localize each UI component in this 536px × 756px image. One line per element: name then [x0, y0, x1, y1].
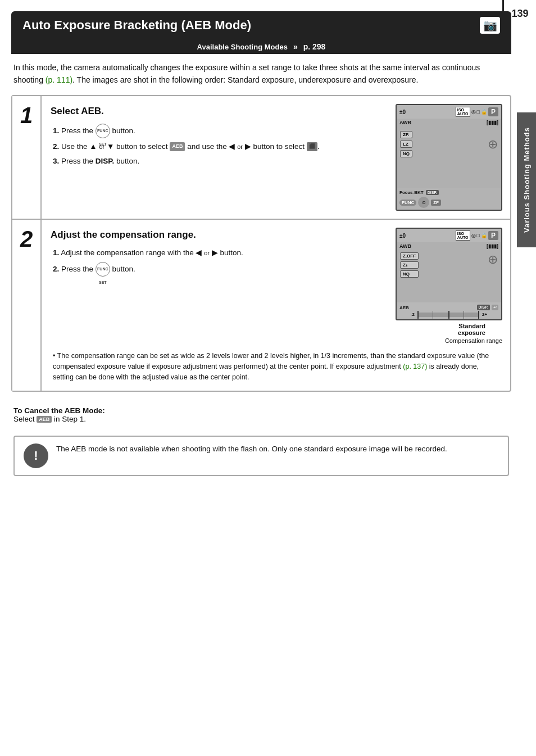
- warning-icon: !: [24, 443, 48, 468]
- cs2-scale-plus2: 2+: [482, 312, 487, 317]
- cs2-awb-label: AWB: [399, 243, 411, 249]
- cs1-middle-row: ZF. LZ NQ ⊕: [397, 129, 501, 160]
- modes-label: Available Shooting Modes: [197, 43, 288, 51]
- step-2-number: 2: [20, 228, 33, 250]
- cs1-left-icons: ZF. LZ NQ: [400, 131, 412, 157]
- cs1-bottom-icons: FUNC ⊙ ZF: [399, 197, 498, 208]
- cancel-text: Select AEB in Step 1.: [13, 415, 86, 423]
- step-2-text-area: Adjust the compensation range. 1. Adjust…: [51, 228, 387, 279]
- cs2-p-badge: P: [488, 231, 498, 240]
- cs1-square-icon: □: [477, 109, 480, 115]
- intro-paragraph: In this mode, the camera automatically c…: [11, 62, 511, 86]
- cs2-top-right-icons: ISOAUTO ◎ □ 🔒 P: [456, 230, 498, 241]
- cs2-disp-badge: DISP.: [477, 305, 490, 310]
- step-2-note: • The compensation range can be set as w…: [51, 351, 502, 382]
- title-section: Auto Exposure Bracketing (AEB Mode) 📷: [11, 11, 511, 39]
- step-1-content: Select AEB. 1. Press the FUNCSET button.…: [42, 96, 510, 219]
- cs2-back-badge: ↩: [492, 305, 498, 310]
- cs2-left-icons: Z.OFF Z₁ NQ: [400, 252, 419, 278]
- step-2-top: Adjust the compensation range. 1. Adjust…: [51, 228, 502, 344]
- step2-link[interactable]: (p. 137): [403, 363, 427, 370]
- cs2-tick-0: [448, 311, 449, 319]
- modes-bar: Available Shooting Modes » p. 298: [11, 39, 511, 54]
- cs1-p-badge: P: [488, 107, 498, 116]
- cs2-zoff-badge: Z.OFF: [400, 252, 419, 260]
- cs1-nd-badge: NQ: [400, 150, 412, 157]
- step-2-row: 2 Adjust the compensation range. 1. Adju…: [12, 220, 510, 390]
- camera-screen-2: ±0 ISOAUTO ◎ □ 🔒 P: [396, 228, 502, 320]
- cs1-awb-label: AWB: [399, 120, 411, 125]
- step-1-number: 1: [20, 104, 33, 126]
- camera-icon: 📷: [480, 17, 500, 34]
- cs1-disp-badge: DISP.: [426, 190, 439, 195]
- cs1-top-row: ±0 ISOAUTO ◎ □ 🔒 P: [397, 105, 501, 119]
- cs2-middle-row: Z.OFF Z₁ NQ ⊕: [397, 250, 501, 280]
- main-content: Auto Exposure Bracketing (AEB Mode) 📷 Av…: [11, 0, 511, 476]
- step-2-item-2: 2. Press the FUNCSET button.: [51, 262, 387, 277]
- steps-container: 1 Select AEB. 1. Press the FUNCSET butto…: [11, 95, 511, 391]
- cs1-top-right-icons: ISOAUTO ◎ □ 🔒 P: [456, 107, 498, 117]
- modes-page-ref: p. 298: [303, 42, 326, 51]
- exposure-labels: Standardexposure Compensation range: [396, 323, 502, 344]
- aeb-cancel-icon: AEB: [37, 416, 52, 423]
- cs2-tick-plus2: [478, 311, 479, 319]
- step-2-content: Adjust the compensation range. 1. Adjust…: [42, 220, 510, 390]
- step-1-item-3: 3. Press the DISP. button.: [51, 156, 387, 168]
- cs2-z1-badge: Z₁: [400, 261, 419, 269]
- cancel-section: To Cancel the AEB Mode: Select AEB in St…: [11, 402, 511, 428]
- camera-screen-2-wrapper: ±0 ISOAUTO ◎ □ 🔒 P: [396, 228, 502, 344]
- cs1-battery: [▮▮▮]: [487, 120, 498, 125]
- step-2-title: Adjust the compensation range.: [51, 228, 387, 242]
- standard-exposure-label: Standardexposure: [458, 323, 485, 336]
- note-text: The AEB mode is not available when shoot…: [56, 443, 447, 455]
- cs2-scale-bar: [417, 313, 479, 317]
- aeb-select-icon: ⬛: [307, 142, 317, 151]
- step-1-item-2: 2. Use the ▲ or ▼ button to select AEB a…: [51, 141, 387, 153]
- cs1-zoom-icon: ⊙: [418, 197, 429, 208]
- cs2-square-icon: □: [477, 233, 480, 238]
- cs2-lock-icon: 🔒: [481, 233, 487, 238]
- cs2-scale-minus2: -2: [411, 312, 415, 317]
- cs1-awb-row: AWB [▮▮▮]: [397, 119, 501, 126]
- cs1-lz-badge: LZ: [400, 141, 412, 148]
- page-number: 139: [502, 0, 536, 27]
- func-set-btn-1[interactable]: FUNCSET: [96, 124, 110, 138]
- cs1-focus-bkt-label: Focus-BKT: [399, 190, 424, 195]
- intro-link[interactable]: (p. 111): [46, 75, 72, 84]
- step-2-number-col: 2: [12, 220, 42, 390]
- cs2-tick-minus1: [433, 311, 433, 319]
- aeb-mode-icon: AEB: [170, 142, 185, 151]
- cs2-tick-minus2: [417, 311, 419, 319]
- cs2-iso-badge: ISOAUTO: [456, 230, 470, 241]
- note-box: ! The AEB mode is not available when sho…: [13, 436, 509, 476]
- step-1-item-1: 1. Press the FUNCSET button.: [51, 124, 387, 138]
- cs1-wheel-icon: ⊕: [488, 137, 498, 152]
- cs2-aeb-bottom: AEB DISP. ↩ -2: [397, 302, 501, 319]
- cs1-iso-badge: ISOAUTO: [456, 107, 470, 117]
- cs2-tick-plus1: [464, 311, 464, 319]
- cs1-bottom: Focus-BKT DISP. FUNC ⊙ ZF: [397, 188, 501, 210]
- step-1-row: 1 Select AEB. 1. Press the FUNCSET butto…: [12, 96, 510, 220]
- sidebar-tab: Various Shooting Methods: [517, 112, 536, 247]
- cs1-lock-icon: 🔒: [481, 109, 487, 115]
- step-1-number-col: 1: [12, 96, 42, 219]
- func-set-btn-2[interactable]: FUNCSET: [96, 262, 110, 277]
- cs1-ev: ±0: [399, 109, 406, 115]
- cs1-zf-badge: ZF.: [400, 131, 412, 138]
- cs2-circle-icon: ◎: [471, 233, 476, 238]
- step-1-title: Select AEB.: [51, 104, 387, 119]
- cs1-focus-bkt-row: Focus-BKT DISP.: [399, 190, 498, 195]
- cs1-zf2-badge: ZF: [431, 200, 441, 206]
- camera-screen-1: ±0 ISOAUTO ◎ □ 🔒 P AWB [▮▮▮]: [396, 104, 502, 211]
- modes-arrow: »: [293, 42, 298, 51]
- cs2-awb-row: AWB [▮▮▮]: [397, 242, 501, 250]
- cs2-scale-row: -2 2+: [399, 312, 498, 317]
- cs2-aeb-label: AEB: [399, 305, 409, 310]
- cs2-wheel-icon: ⊕: [488, 252, 498, 267]
- cs2-top-row: ±0 ISOAUTO ◎ □ 🔒 P: [397, 229, 501, 242]
- comp-range-label: Compensation range: [445, 337, 502, 344]
- step-1-text-area: Select AEB. 1. Press the FUNCSET button.…: [51, 104, 387, 211]
- cs2-nd2-badge: NQ: [400, 270, 419, 278]
- cs1-func-icon: FUNC: [399, 200, 416, 206]
- cs2-ev: ±0: [399, 233, 406, 239]
